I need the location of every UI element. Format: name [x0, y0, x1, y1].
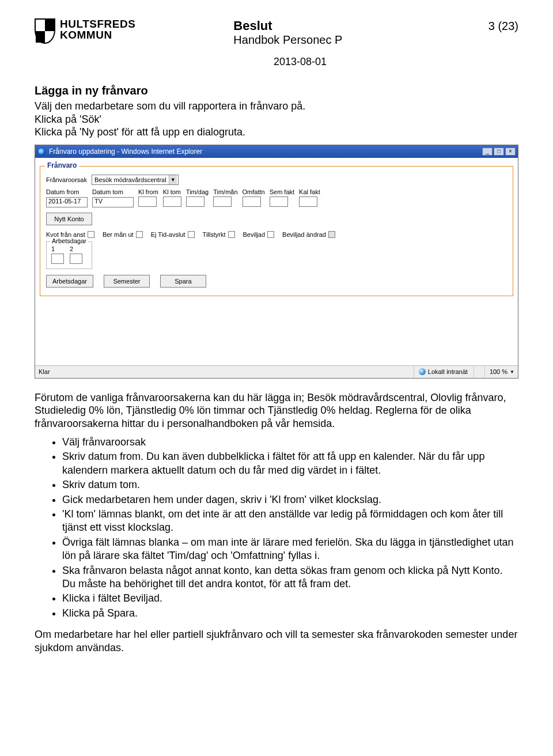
till-label: Tillstyrkt	[203, 231, 226, 238]
col-omfattn: Omfattn	[243, 188, 270, 196]
org-name-line1: HULTSFREDS	[60, 18, 135, 29]
section-heading: Lägga in ny frånvaro	[35, 84, 518, 97]
col-kal-fakt: Kal fakt	[299, 188, 325, 196]
franvaro-group: Frånvaro Frånvaroorsak Besök mödravårdsc…	[40, 166, 513, 296]
page-number: 3 (23)	[488, 18, 518, 33]
status-bar: Klar Lokalt intranät 100 %▼	[35, 365, 518, 378]
arbetsdagar-button[interactable]: Arbetsdagar	[46, 275, 93, 288]
kvot-checkbox[interactable]	[88, 231, 94, 238]
col-tim-dag: Tim/dag	[186, 188, 213, 196]
intro-line3: Klicka på 'Ny post' för att få upp en di…	[35, 126, 245, 138]
datum-tom-input[interactable]: TV	[92, 197, 134, 207]
bev-andr-checkbox[interactable]	[328, 231, 335, 238]
reason-value: Besök mödravårdscentral	[94, 176, 166, 183]
list-item: Skriv datum from. Du kan även dubbelklic…	[62, 450, 518, 477]
tim-dag-input[interactable]	[186, 196, 204, 207]
kal-fakt-input[interactable]	[299, 196, 317, 207]
sem-fakt-input[interactable]	[270, 196, 288, 207]
bullet-list: Välj frånvaroorsak Skriv datum from. Du …	[35, 436, 518, 620]
chevron-down-icon[interactable]: ▼	[510, 369, 514, 375]
bev-andr-label: Beviljad ändrad	[282, 231, 326, 238]
ie-icon	[37, 148, 46, 156]
doc-subtitle: Handbok Personec P	[233, 33, 488, 47]
document-header: HULTSFREDS KOMMUN Beslut Handbok Persone…	[35, 18, 518, 47]
intro-text: Välj den medarbetare som du vill rapport…	[35, 100, 518, 139]
intro-line1: Välj den medarbetare som du vill rapport…	[35, 100, 305, 112]
crest-icon	[35, 18, 55, 44]
window-titlebar: Frånvaro uppdatering - Windows Internet …	[35, 145, 518, 158]
bev-label: Beviljad	[243, 231, 266, 238]
datum-from-input[interactable]: 2011-05-17	[46, 197, 88, 207]
spara-button[interactable]: Spara	[160, 275, 206, 288]
ber-label: Ber mån ut	[103, 231, 134, 238]
arbetsdagar-legend: Arbetsdagar	[50, 237, 88, 244]
ber-checkbox[interactable]	[136, 231, 143, 238]
globe-icon	[419, 368, 426, 375]
ej-checkbox[interactable]	[188, 231, 195, 238]
zoom-label: 100 %	[490, 368, 507, 375]
semester-button[interactable]: Semester	[104, 275, 150, 288]
maximize-button[interactable]: □	[494, 148, 504, 156]
group-legend: Frånvaro	[45, 161, 79, 169]
reason-label: Frånvaroorsak	[46, 176, 87, 183]
doc-date: 2013-08-01	[35, 56, 518, 68]
col-sem-fakt: Sem fakt	[270, 188, 299, 196]
ej-label: Ej Tid-avslut	[151, 231, 185, 238]
num1-input[interactable]	[51, 254, 64, 264]
bev-checkbox[interactable]	[267, 231, 274, 238]
list-item: Klicka på Spara.	[62, 607, 518, 620]
window-title: Frånvaro uppdatering - Windows Internet …	[49, 148, 482, 156]
col-datum-from: Datum from	[46, 188, 92, 196]
col-tim-man: Tim/mån	[213, 188, 242, 196]
paragraph-1: Förutom de vanliga frånvaroorsakerna kan…	[35, 391, 518, 430]
tim-man-input[interactable]	[213, 196, 232, 207]
omfattn-input[interactable]	[243, 196, 261, 207]
col-datum-tom: Datum tom	[92, 188, 138, 196]
status-left: Klar	[39, 368, 50, 375]
kl-from-input[interactable]	[138, 196, 157, 207]
list-item: Gick medarbetaren hem under dagen, skriv…	[62, 493, 518, 506]
num1-label: 1	[51, 245, 55, 252]
paragraph-2: Om medarbetare har hel eller partiell sj…	[35, 628, 518, 654]
list-item: Ska frånvaron belasta något annat konto,…	[62, 564, 518, 591]
chevron-down-icon: ▼	[169, 175, 177, 184]
status-zone: Lokalt intranät	[428, 368, 468, 375]
list-item: Välj frånvaroorsak	[62, 436, 518, 449]
num2-input[interactable]	[70, 254, 82, 264]
nytt-konto-button[interactable]: Nytt Konto	[46, 213, 92, 225]
col-kl-tom: Kl tom	[163, 188, 186, 196]
reason-select[interactable]: Besök mödravårdscentral ▼	[92, 175, 179, 185]
list-item: Skriv datum tom.	[62, 478, 518, 492]
close-button[interactable]: ×	[505, 148, 516, 156]
minimize-button[interactable]: _	[482, 148, 493, 156]
protected-mode-seg	[474, 366, 479, 378]
doc-title: Beslut	[233, 18, 488, 33]
arbetsdagar-group: Arbetsdagar 1 2	[46, 241, 92, 269]
num2-label: 2	[70, 245, 73, 252]
list-item: Övriga fält lämnas blanka – om man inte …	[62, 536, 518, 563]
intro-line2: Klicka på 'Sök'	[35, 114, 101, 125]
col-kl-from: Kl from	[138, 188, 163, 196]
org-name-line2: KOMMUN	[60, 29, 135, 40]
date-grid: Datum from Datum tom Kl from Kl tom Tim/…	[46, 188, 325, 208]
org-logo-block: HULTSFREDS KOMMUN	[35, 18, 135, 44]
list-item: Klicka i fältet Beviljad.	[62, 592, 518, 605]
kl-tom-input[interactable]	[163, 196, 181, 207]
dialog-window: Frånvaro uppdatering - Windows Internet …	[35, 145, 518, 379]
till-checkbox[interactable]	[228, 231, 235, 238]
list-item: 'Kl tom' lämnas blankt, om det inte är a…	[62, 508, 518, 535]
